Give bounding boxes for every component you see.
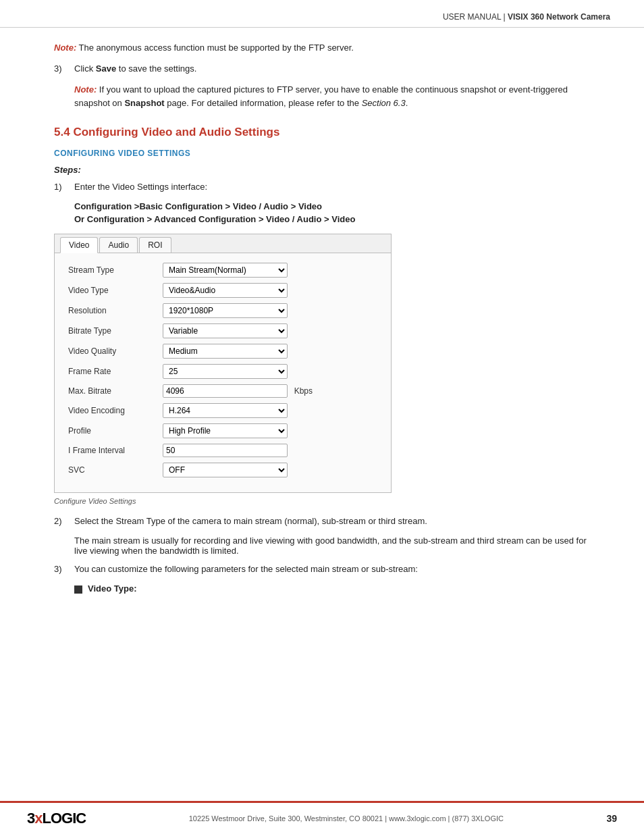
step3-rest: to save the settings. [116,63,196,74]
setting-max-bitrate: Max. Bitrate Kbps [68,384,377,398]
steps-label: Steps: [54,165,590,175]
control-iframe-interval [163,444,377,457]
tabs-row: Video Audio ROI [55,234,391,253]
steps-label-text: Steps: [54,165,81,175]
step1-content: Enter the Video Settings interface: [74,180,590,194]
step3-num: 3) [54,62,74,76]
control-video-type: Video&Audio Video [163,283,377,298]
setting-resolution: Resolution 1920*1080P 1280*720P [68,303,377,318]
setting-stream-type: Stream Type Main Stream(Normal) Sub-stre… [68,263,377,278]
step1-num: 1) [54,180,74,194]
step1-item: 1) Enter the Video Settings interface: [54,180,590,194]
control-frame-rate: 25 30 15 [163,364,377,379]
control-video-encoding: H.264 H.265 [163,403,377,418]
setting-video-quality: Video Quality Low Medium High [68,344,377,359]
settings-caption: Configure Video Settings [54,497,590,505]
select-frame-rate[interactable]: 25 30 15 [163,364,288,379]
header-bold: VISIX 360 Network Camera [508,12,610,22]
header-text: USER MANUAL | VISIX 360 Network Camera [443,12,610,22]
settings-body: Stream Type Main Stream(Normal) Sub-stre… [55,253,391,492]
control-video-quality: Low Medium High [163,344,377,359]
setting-iframe-interval: I Frame Interval [68,444,377,457]
control-profile: Baseline Profile Main Profile High Profi… [163,423,377,438]
step2-text: Select the Stream Type of the camera to … [74,516,427,526]
control-bitrate-type: Variable Constant [163,323,377,338]
step3b-content: You can customize the following paramete… [74,563,590,577]
step2-note-text: The main stream is usually for recording… [74,536,587,556]
bullet-label: Video Type: [88,583,136,594]
footer-address: 10225 Westmoor Drive, Suite 300, Westmin… [189,814,504,823]
label-bitrate-type: Bitrate Type [68,326,163,336]
select-video-encoding[interactable]: H.264 H.265 [163,403,288,418]
config-path1: Configuration >Basic Configuration > Vid… [74,201,590,211]
setting-bitrate-type: Bitrate Type Variable Constant [68,323,377,338]
input-max-bitrate[interactable] [163,384,288,398]
setting-frame-rate: Frame Rate 25 30 15 [68,364,377,379]
step3-item: 3) Click Save to save the settings. [54,62,590,76]
setting-svc: SVC OFF ON [68,463,377,477]
select-video-type[interactable]: Video&Audio Video [163,283,288,298]
label-max-bitrate: Max. Bitrate [68,386,163,396]
note2-end: . [406,98,408,108]
bullet-icon [74,585,82,594]
label-iframe-interval: I Frame Interval [68,446,163,455]
footer-address-text: 10225 Westmoor Drive, Suite 300, Westmin… [189,814,504,823]
note2-section: Section 6.3 [362,98,406,108]
setting-video-encoding: Video Encoding H.264 H.265 [68,403,377,418]
select-profile[interactable]: Baseline Profile Main Profile High Profi… [163,423,288,438]
settings-box: Video Audio ROI Stream Type Main Stream(… [54,234,392,493]
footer-page: 39 [606,813,617,824]
control-resolution: 1920*1080P 1280*720P [163,303,377,318]
note2-label: Note: [74,84,97,95]
tab-audio[interactable]: Audio [99,237,138,253]
label-video-type: Video Type [68,286,163,295]
note1-label: Note: [54,43,76,53]
header-label: USER MANUAL | [443,12,508,22]
bullet-video-type: Video Type: [74,583,590,594]
label-video-encoding: Video Encoding [68,406,163,415]
step2-note: The main stream is usually for recording… [54,536,590,556]
logo-prefix: 3 [27,810,34,827]
input-iframe-interval[interactable] [163,444,288,457]
page-header: USER MANUAL | VISIX 360 Network Camera [0,0,644,28]
select-svc[interactable]: OFF ON [163,463,288,477]
label-resolution: Resolution [68,306,163,315]
step3b-num: 3) [54,563,74,577]
bullet-section: Video Type: [54,583,590,594]
subsection-title: CONFIGURING VIDEO SETTINGS [54,149,190,158]
label-svc: SVC [68,465,163,475]
tab-roi[interactable]: ROI [139,237,171,253]
logo-suffix: LOGIC [43,810,86,827]
step3-text: Click [74,63,96,74]
step3-bold: Save [96,63,116,74]
label-stream-type: Stream Type [68,265,163,275]
control-stream-type: Main Stream(Normal) Sub-stream Third Str… [163,263,377,278]
section-title: Configuring Video and Audio Settings [73,126,279,138]
subsection-heading: CONFIGURING VIDEO SETTINGS [54,149,590,158]
bullet-bold: Video Type: [88,583,136,594]
page-wrapper: USER MANUAL | VISIX 360 Network Camera N… [0,0,644,834]
control-svc: OFF ON [163,463,377,477]
select-stream-type[interactable]: Main Stream(Normal) Sub-stream Third Str… [163,263,288,278]
step2-item: 2) Select the Stream Type of the camera … [54,515,590,529]
select-bitrate-type[interactable]: Variable Constant [163,323,288,338]
footer-logo: 3xLOGIC [27,810,86,827]
note2-block: Note: If you want to upload the captured… [54,83,590,111]
config-path2: Or Configuration > Advanced Configuratio… [74,214,590,224]
config-paths: Configuration >Basic Configuration > Vid… [54,201,590,224]
step3b-item: 3) You can customize the following param… [54,563,590,577]
tab-video[interactable]: Video [60,237,98,253]
select-video-quality[interactable]: Low Medium High [163,344,288,359]
select-resolution[interactable]: 1920*1080P 1280*720P [163,303,288,318]
label-profile: Profile [68,426,163,436]
note1-text: The anonymous access function must be su… [76,43,354,53]
label-video-quality: Video Quality [68,346,163,356]
note2-rest: page. For detailed information, please r… [165,98,362,108]
control-max-bitrate: Kbps [163,384,377,398]
page-content: Note: The anonymous access function must… [0,28,644,801]
step3-content: Click Save to save the settings. [74,62,590,76]
step2-content: Select the Stream Type of the camera to … [74,515,590,529]
note1-block: Note: The anonymous access function must… [54,41,590,55]
logo-x: x [34,810,42,827]
note2-bold: Snapshot [124,98,164,108]
